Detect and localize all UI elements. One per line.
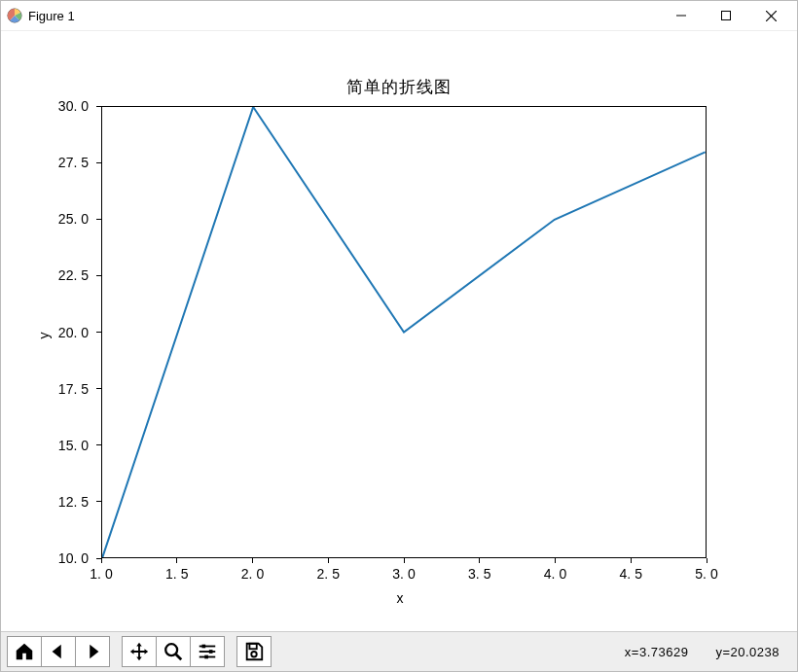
cursor-y: y=20.0238 <box>715 645 780 659</box>
x-tick-label: 4. 0 <box>544 566 566 582</box>
y-tick-label: 15. 0 <box>58 438 89 453</box>
svg-rect-2 <box>722 12 731 20</box>
y-tick-label: 17. 5 <box>58 381 89 397</box>
window-title: Figure 1 <box>28 9 75 23</box>
line-plot <box>102 107 706 557</box>
configure-subplots-button[interactable] <box>191 637 224 666</box>
titlebar: Figure 1 <box>1 1 797 31</box>
minimize-button[interactable] <box>659 1 704 30</box>
y-tick-label: 10. 0 <box>58 550 89 566</box>
x-tick-label: 1. 5 <box>165 566 188 582</box>
svg-point-5 <box>165 644 177 655</box>
matplotlib-icon <box>7 8 22 23</box>
y-tick-label: 22. 5 <box>58 267 89 283</box>
y-tick-label: 30. 0 <box>58 98 89 114</box>
svg-rect-13 <box>249 644 256 650</box>
x-tick-label: 4. 5 <box>620 566 642 582</box>
close-button[interactable] <box>748 1 793 30</box>
maximize-button[interactable] <box>704 1 748 30</box>
navigation-toolbar: x=3.73629y=20.0238 <box>1 631 797 671</box>
y-tick-label: 12. 5 <box>58 494 89 510</box>
x-tick-label: 2. 0 <box>241 566 264 582</box>
forward-button[interactable] <box>76 637 109 666</box>
save-button[interactable] <box>237 637 271 666</box>
y-tick-label: 25. 0 <box>58 211 89 227</box>
x-tick-label: 3. 0 <box>392 566 415 582</box>
svg-line-6 <box>176 654 182 660</box>
back-button[interactable] <box>42 637 76 666</box>
x-tick-label: 2. 5 <box>317 566 340 582</box>
pan-button[interactable] <box>123 637 157 666</box>
svg-rect-12 <box>204 655 208 659</box>
cursor-coordinates: x=3.73629y=20.0238 <box>625 645 780 659</box>
y-tick-label: 27. 5 <box>58 155 89 170</box>
figure-window: Figure 1 简单的折线图 y x 1. 01. 52. 02. 53. 0… <box>0 0 798 672</box>
x-axis-label: x <box>397 590 404 606</box>
y-tick-label: 20. 0 <box>58 325 89 340</box>
svg-rect-10 <box>209 650 213 654</box>
cursor-x: x=3.73629 <box>625 645 689 659</box>
x-tick-label: 5. 0 <box>695 566 717 582</box>
y-axis-label: y <box>36 333 52 339</box>
plot-canvas[interactable]: 简单的折线图 y x 1. 01. 52. 02. 53. 03. 54. 04… <box>1 31 797 631</box>
plot-title: 简单的折线图 <box>1 76 797 98</box>
zoom-button[interactable] <box>157 637 191 666</box>
svg-point-14 <box>251 652 257 657</box>
svg-rect-8 <box>202 645 206 649</box>
x-tick-label: 1. 0 <box>90 566 112 582</box>
axes-frame <box>101 106 707 558</box>
x-tick-label: 3. 5 <box>468 566 490 582</box>
home-button[interactable] <box>8 637 42 666</box>
